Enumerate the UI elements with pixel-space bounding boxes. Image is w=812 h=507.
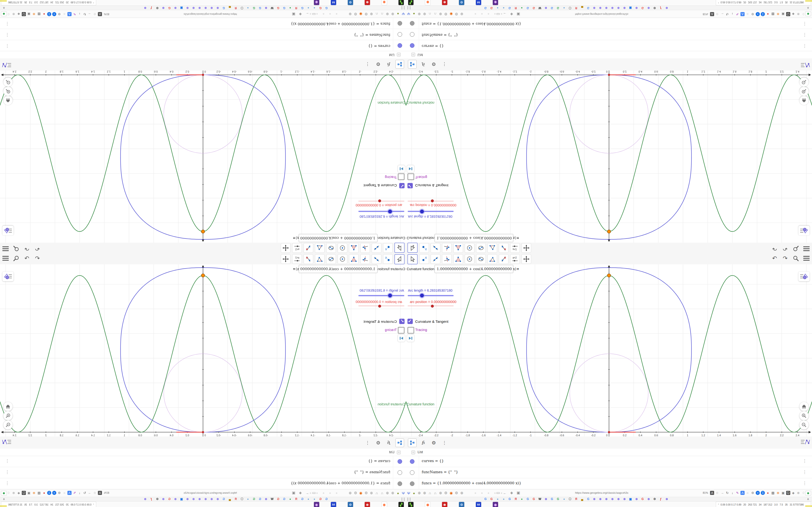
bookmark-y-icon[interactable]: Ψ [406,12,411,16]
browser-tab-favicon[interactable]: ⊛ [647,497,650,501]
tabstrip-handle[interactable]: ║║ [407,498,411,501]
browser-tab-favicon[interactable]: ⊛ [204,6,207,10]
algebra-row[interactable]: funcs = {1.000000000000 + cos(4.00000000… [0,18,406,29]
terminal-app-icon[interactable]: ▚ [398,502,404,507]
tab-overflow-caret-icon[interactable]: ∧ [3,497,5,501]
collapse-button[interactable]: − [397,451,401,454]
row-kebab-icon[interactable]: ⋮ [5,481,9,486]
settings-gear-button[interactable]: ⚙ [374,60,382,68]
tool-polygon[interactable] [349,254,359,264]
floppy64-app-icon[interactable]: 64 [475,502,481,507]
browser-tab-favicon[interactable]: ⊛ [174,6,177,10]
shield-icon[interactable]: ◆ [791,491,795,495]
wrench-icon[interactable]: ⚙ [444,491,448,495]
tool-circle-center-point[interactable] [338,243,347,253]
row-kebab-icon[interactable]: ⋮ [5,32,9,38]
browser-tab-favicon[interactable]: ⚙ [156,6,159,10]
headset-icon[interactable]: ∩ [428,12,432,16]
owl-app-icon[interactable]: ◉ [493,502,498,507]
visibility-toggle[interactable] [398,21,402,25]
share-icon[interactable]: ♢ [6,491,11,495]
browser-tab-favicon[interactable]: ⓘ [568,497,572,501]
globe-icon[interactable]: ⊕ [422,12,427,16]
dot-icon[interactable]: ○ [328,491,332,495]
caret-up-icon[interactable]: ⌃ [93,1,95,4]
tool-move[interactable] [394,254,405,264]
zoom-out-button[interactable] [800,420,809,430]
settings-app-icon[interactable]: ⊛ [442,0,448,5]
browser-tab-favicon[interactable]: ● [246,6,250,10]
dot-icon[interactable]: ○ [335,12,339,16]
browser-tab-favicon[interactable]: ⊛ [605,6,608,10]
row-kebab-icon[interactable]: ⋮ [5,458,9,463]
browser-tab-favicon[interactable]: ⊛ [186,497,189,501]
browser-tab-favicon[interactable]: ⊛ [593,6,596,10]
dropdown-caret-icon[interactable]: ▼ [292,267,296,271]
visibility-toggle[interactable] [398,482,402,486]
fx-button[interactable]: fx [419,439,427,447]
arc-position-point[interactable] [202,74,204,76]
dot-icon[interactable]: ○ [321,12,326,16]
shield-icon[interactable]: ◆ [791,12,795,16]
star-icon[interactable]: ☆ [93,491,97,495]
algebra-row[interactable]: funcNames = {" "}⋮ [406,29,812,40]
dot-icon[interactable]: ○ [328,12,332,16]
archive-icon[interactable]: ▣ [27,12,31,16]
tool-line[interactable] [430,254,440,264]
shield-icon[interactable]: ◈ [298,491,303,495]
ublock-icon[interactable]: Ⓤ [22,491,26,495]
undo-icon[interactable]: ↶ [34,255,41,262]
graphics-view[interactable]: -2.4-2.2-2-1.8-1.6-1.4-1.2-1-0.8-0.6-0.4… [406,264,812,437]
globe-icon[interactable]: ⊕ [391,12,395,16]
shield-icon[interactable]: ◆ [17,491,21,495]
gear-icon[interactable]: ⚙ [454,12,459,16]
zoom-in-button[interactable] [3,411,12,420]
shield-icon[interactable]: ◈ [509,491,514,495]
browser-tab-favicon[interactable]: G [276,497,280,501]
zoom-out-button[interactable] [3,420,12,430]
firefox-icon[interactable]: ◉ [359,491,363,495]
bookmark-y-icon[interactable]: Ψ [401,491,406,495]
tool-ellipse[interactable] [476,243,486,253]
arc-length-slider[interactable] [358,211,404,212]
algebra-row[interactable]: curves = {}⋮ [406,40,812,51]
dot-icon[interactable]: ○ [473,491,477,495]
browser-tab-favicon[interactable]: ● [313,6,316,10]
row-kebab-icon[interactable]: ⋮ [803,44,807,49]
zoom-level-badge[interactable]: 81% [104,13,109,16]
translate-icon[interactable]: A [67,12,71,16]
globe-icon[interactable]: ⊕ [460,491,464,495]
row-kebab-icon[interactable]: ⋮ [803,32,807,38]
row-kebab-icon[interactable]: ⋮ [803,469,807,475]
share-icon[interactable]: ♢ [801,12,806,16]
address-url[interactable]: https://www.geogebra.org/classic/aagcxh3… [532,491,628,494]
arc-position-point[interactable] [202,431,204,433]
browser-tab-favicon[interactable]: ● [562,497,566,501]
algebra-row[interactable]: funcs = {1.000000000000 + cos(4.00000000… [406,18,812,29]
browser-tab-favicon[interactable]: ▄ [580,497,584,501]
visibility-toggle[interactable] [410,459,414,464]
dropdown-caret-icon[interactable]: ▼ [292,236,296,240]
globe-icon[interactable]: ⊕ [417,12,421,16]
tabstrip-handle[interactable]: ║║ [401,6,405,9]
settings-gear-button[interactable]: ⚙ [430,60,438,68]
browser-tab-favicon[interactable]: ⊛ [623,6,626,10]
browser-tab-favicon[interactable]: ⓘ [240,497,244,501]
graphics-style-button[interactable] [2,272,13,281]
tabstrip-handle[interactable]: ║║ [407,6,411,9]
tool-reflect-about-line[interactable] [304,243,313,253]
graphics-view[interactable]: -2.4-2.2-2-1.8-1.6-1.4-1.2-1-0.8-0.6-0.4… [0,264,406,437]
tool-perpendicular-line[interactable] [442,243,452,253]
home-button[interactable] [800,96,809,105]
reader-icon[interactable]: A [98,491,102,495]
browser-tab-favicon[interactable]: G [556,497,560,501]
browser-tab-favicon[interactable]: ⊛ [162,6,165,10]
dot-icon[interactable]: ○ [486,12,491,16]
globe-icon[interactable]: ⊕ [796,491,800,495]
download-icon[interactable]: ↓ [78,12,82,16]
algebra-view-icon[interactable] [2,439,12,447]
browser-tab-favicon[interactable]: ▣ [180,497,183,501]
firefox-app-icon[interactable]: ◉ [425,0,430,5]
headset-icon[interactable]: ∩ [428,491,432,495]
olive-app-icon[interactable]: ● [396,491,400,495]
